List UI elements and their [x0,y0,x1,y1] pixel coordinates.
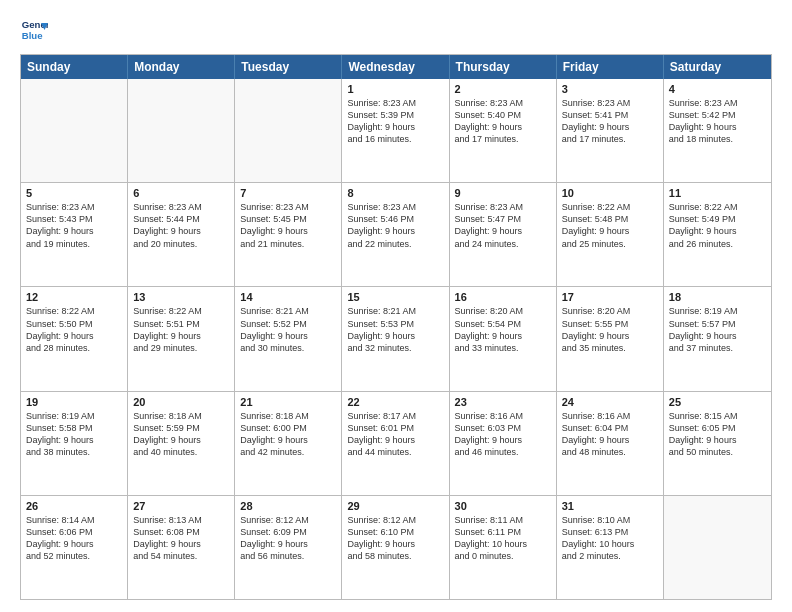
day-number: 8 [347,187,443,199]
day-number: 4 [669,83,766,95]
cell-text: Sunrise: 8:11 AM Sunset: 6:11 PM Dayligh… [455,514,551,563]
cell-text: Sunrise: 8:22 AM Sunset: 5:48 PM Dayligh… [562,201,658,250]
day-number: 16 [455,291,551,303]
calendar-row: 19Sunrise: 8:19 AM Sunset: 5:58 PM Dayli… [21,391,771,495]
weekday-header: Thursday [450,55,557,79]
cell-text: Sunrise: 8:16 AM Sunset: 6:03 PM Dayligh… [455,410,551,459]
day-number: 19 [26,396,122,408]
cell-text: Sunrise: 8:20 AM Sunset: 5:55 PM Dayligh… [562,305,658,354]
cell-text: Sunrise: 8:23 AM Sunset: 5:41 PM Dayligh… [562,97,658,146]
cell-text: Sunrise: 8:19 AM Sunset: 5:58 PM Dayligh… [26,410,122,459]
day-number: 24 [562,396,658,408]
cell-text: Sunrise: 8:23 AM Sunset: 5:43 PM Dayligh… [26,201,122,250]
svg-text:Blue: Blue [22,30,43,41]
calendar-cell: 1Sunrise: 8:23 AM Sunset: 5:39 PM Daylig… [342,79,449,182]
day-number: 22 [347,396,443,408]
day-number: 2 [455,83,551,95]
cell-text: Sunrise: 8:10 AM Sunset: 6:13 PM Dayligh… [562,514,658,563]
day-number: 27 [133,500,229,512]
calendar-cell: 29Sunrise: 8:12 AM Sunset: 6:10 PM Dayli… [342,496,449,599]
cell-text: Sunrise: 8:22 AM Sunset: 5:50 PM Dayligh… [26,305,122,354]
calendar-cell: 13Sunrise: 8:22 AM Sunset: 5:51 PM Dayli… [128,287,235,390]
calendar-cell [664,496,771,599]
logo-icon: General Blue [20,16,48,44]
calendar-body: 1Sunrise: 8:23 AM Sunset: 5:39 PM Daylig… [21,79,771,599]
day-number: 28 [240,500,336,512]
cell-text: Sunrise: 8:23 AM Sunset: 5:40 PM Dayligh… [455,97,551,146]
calendar-row: 12Sunrise: 8:22 AM Sunset: 5:50 PM Dayli… [21,286,771,390]
weekday-header: Tuesday [235,55,342,79]
day-number: 25 [669,396,766,408]
calendar-cell: 7Sunrise: 8:23 AM Sunset: 5:45 PM Daylig… [235,183,342,286]
cell-text: Sunrise: 8:22 AM Sunset: 5:49 PM Dayligh… [669,201,766,250]
cell-text: Sunrise: 8:20 AM Sunset: 5:54 PM Dayligh… [455,305,551,354]
calendar-row: 1Sunrise: 8:23 AM Sunset: 5:39 PM Daylig… [21,79,771,182]
calendar-cell: 24Sunrise: 8:16 AM Sunset: 6:04 PM Dayli… [557,392,664,495]
calendar-cell: 10Sunrise: 8:22 AM Sunset: 5:48 PM Dayli… [557,183,664,286]
calendar-cell: 9Sunrise: 8:23 AM Sunset: 5:47 PM Daylig… [450,183,557,286]
cell-text: Sunrise: 8:19 AM Sunset: 5:57 PM Dayligh… [669,305,766,354]
day-number: 29 [347,500,443,512]
day-number: 1 [347,83,443,95]
day-number: 17 [562,291,658,303]
calendar-cell: 4Sunrise: 8:23 AM Sunset: 5:42 PM Daylig… [664,79,771,182]
day-number: 13 [133,291,229,303]
page-header: General Blue [20,16,772,44]
calendar-cell: 26Sunrise: 8:14 AM Sunset: 6:06 PM Dayli… [21,496,128,599]
calendar-cell: 20Sunrise: 8:18 AM Sunset: 5:59 PM Dayli… [128,392,235,495]
calendar-cell: 11Sunrise: 8:22 AM Sunset: 5:49 PM Dayli… [664,183,771,286]
day-number: 11 [669,187,766,199]
calendar-cell: 15Sunrise: 8:21 AM Sunset: 5:53 PM Dayli… [342,287,449,390]
cell-text: Sunrise: 8:23 AM Sunset: 5:44 PM Dayligh… [133,201,229,250]
day-number: 23 [455,396,551,408]
day-number: 5 [26,187,122,199]
calendar-cell: 6Sunrise: 8:23 AM Sunset: 5:44 PM Daylig… [128,183,235,286]
calendar-cell: 14Sunrise: 8:21 AM Sunset: 5:52 PM Dayli… [235,287,342,390]
day-number: 26 [26,500,122,512]
logo: General Blue [20,16,48,44]
calendar-cell: 8Sunrise: 8:23 AM Sunset: 5:46 PM Daylig… [342,183,449,286]
cell-text: Sunrise: 8:13 AM Sunset: 6:08 PM Dayligh… [133,514,229,563]
day-number: 31 [562,500,658,512]
weekday-header: Friday [557,55,664,79]
calendar-cell: 3Sunrise: 8:23 AM Sunset: 5:41 PM Daylig… [557,79,664,182]
calendar-cell: 5Sunrise: 8:23 AM Sunset: 5:43 PM Daylig… [21,183,128,286]
calendar-cell: 2Sunrise: 8:23 AM Sunset: 5:40 PM Daylig… [450,79,557,182]
day-number: 15 [347,291,443,303]
cell-text: Sunrise: 8:23 AM Sunset: 5:46 PM Dayligh… [347,201,443,250]
cell-text: Sunrise: 8:17 AM Sunset: 6:01 PM Dayligh… [347,410,443,459]
calendar-cell: 23Sunrise: 8:16 AM Sunset: 6:03 PM Dayli… [450,392,557,495]
weekday-header: Monday [128,55,235,79]
calendar-cell: 16Sunrise: 8:20 AM Sunset: 5:54 PM Dayli… [450,287,557,390]
day-number: 21 [240,396,336,408]
day-number: 6 [133,187,229,199]
calendar-cell: 30Sunrise: 8:11 AM Sunset: 6:11 PM Dayli… [450,496,557,599]
weekday-header: Wednesday [342,55,449,79]
day-number: 12 [26,291,122,303]
calendar-cell: 21Sunrise: 8:18 AM Sunset: 6:00 PM Dayli… [235,392,342,495]
calendar-cell: 25Sunrise: 8:15 AM Sunset: 6:05 PM Dayli… [664,392,771,495]
calendar-cell [21,79,128,182]
cell-text: Sunrise: 8:16 AM Sunset: 6:04 PM Dayligh… [562,410,658,459]
cell-text: Sunrise: 8:21 AM Sunset: 5:52 PM Dayligh… [240,305,336,354]
cell-text: Sunrise: 8:22 AM Sunset: 5:51 PM Dayligh… [133,305,229,354]
calendar-header: SundayMondayTuesdayWednesdayThursdayFrid… [21,55,771,79]
cell-text: Sunrise: 8:23 AM Sunset: 5:47 PM Dayligh… [455,201,551,250]
calendar-cell: 28Sunrise: 8:12 AM Sunset: 6:09 PM Dayli… [235,496,342,599]
calendar-cell: 12Sunrise: 8:22 AM Sunset: 5:50 PM Dayli… [21,287,128,390]
cell-text: Sunrise: 8:12 AM Sunset: 6:09 PM Dayligh… [240,514,336,563]
calendar-cell: 31Sunrise: 8:10 AM Sunset: 6:13 PM Dayli… [557,496,664,599]
weekday-header: Sunday [21,55,128,79]
cell-text: Sunrise: 8:18 AM Sunset: 6:00 PM Dayligh… [240,410,336,459]
day-number: 18 [669,291,766,303]
cell-text: Sunrise: 8:23 AM Sunset: 5:39 PM Dayligh… [347,97,443,146]
calendar-cell: 18Sunrise: 8:19 AM Sunset: 5:57 PM Dayli… [664,287,771,390]
calendar-cell: 17Sunrise: 8:20 AM Sunset: 5:55 PM Dayli… [557,287,664,390]
day-number: 9 [455,187,551,199]
weekday-header: Saturday [664,55,771,79]
cell-text: Sunrise: 8:14 AM Sunset: 6:06 PM Dayligh… [26,514,122,563]
cell-text: Sunrise: 8:21 AM Sunset: 5:53 PM Dayligh… [347,305,443,354]
cell-text: Sunrise: 8:23 AM Sunset: 5:45 PM Dayligh… [240,201,336,250]
cell-text: Sunrise: 8:12 AM Sunset: 6:10 PM Dayligh… [347,514,443,563]
calendar-cell: 27Sunrise: 8:13 AM Sunset: 6:08 PM Dayli… [128,496,235,599]
